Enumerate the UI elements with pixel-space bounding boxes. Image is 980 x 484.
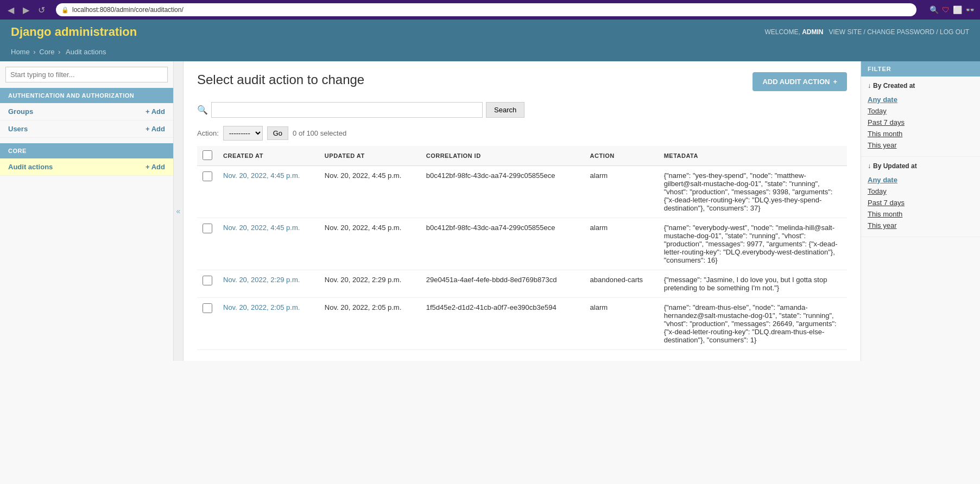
browser-chrome: ◀ ▶ ↺ 🔒 localhost:8080/admin/core/audita… [0, 0, 980, 20]
user-info: WELCOME, ADMIN VIEW SITE / CHANGE PASSWO… [764, 28, 969, 36]
breadcrumb-page: Audit actions [66, 48, 106, 56]
filter-option-0-2[interactable]: Past 7 days [868, 117, 973, 128]
action-2: abandoned-carts [585, 270, 659, 298]
audit-actions-link[interactable]: Audit actions [8, 163, 53, 171]
groups-add-link[interactable]: + Add [146, 107, 165, 116]
search-input[interactable] [211, 102, 483, 118]
metadata-2: {"message": "Jasmine, I do love you, but… [659, 270, 847, 298]
sidebar-collapse-handle[interactable]: « [174, 61, 184, 361]
filter-option-1-4[interactable]: This year [868, 220, 973, 231]
breadcrumb-sep1: › [33, 48, 37, 56]
filter-title-text-1: By Updated at [873, 162, 917, 170]
action-dropdown[interactable]: --------- [223, 126, 263, 141]
correlation-id-2: 29e0451a-4aef-4efe-bbdd-8ed769b873cd [421, 270, 585, 298]
users-link[interactable]: Users [8, 125, 28, 133]
created-at-link-0[interactable]: Nov. 20, 2022, 4:45 p.m. [223, 171, 300, 180]
col-correlation-id: CORRELATION ID [421, 146, 585, 166]
change-password-link[interactable]: CHANGE PASSWORD [867, 28, 934, 36]
col-action: ACTION [585, 146, 659, 166]
filter-section-title-1: ↓ By Updated at [868, 162, 973, 170]
updated-at-1: Nov. 20, 2022, 4:45 p.m. [319, 218, 421, 270]
filter-option-1-0[interactable]: Any date [868, 174, 973, 186]
content-header: Select audit action to change ADD AUDIT … [197, 72, 847, 91]
site-title: Django administration [11, 25, 137, 39]
filter-header: FILTER [861, 61, 980, 77]
created-at-link-3[interactable]: Nov. 20, 2022, 2:05 p.m. [223, 303, 300, 311]
filter-section-0: ↓ By Created atAny dateTodayPast 7 daysT… [861, 77, 980, 157]
data-table: CREATED AT UPDATED AT CORRELATION ID ACT… [197, 146, 847, 350]
breadcrumb-section[interactable]: Core [39, 48, 54, 56]
col-metadata: METADATA [659, 146, 847, 166]
created-at-link-1[interactable]: Nov. 20, 2022, 4:45 p.m. [223, 224, 300, 232]
filter-section-title-0: ↓ By Created at [868, 82, 973, 90]
action-3: alarm [585, 298, 659, 350]
sidebar-item-audit-actions: Audit actions + Add [0, 158, 173, 176]
action-label: Action: [197, 129, 219, 137]
correlation-id-3: 1f5d45e2-d1d2-41cb-a0f7-ee390cb3e594 [421, 298, 585, 350]
selected-count: 0 of 100 selected [293, 129, 346, 137]
content-area: Select audit action to change ADD AUDIT … [184, 61, 861, 361]
sidebar-filter-input[interactable] [5, 67, 168, 82]
filter-option-1-1[interactable]: Today [868, 186, 973, 197]
browser-back-btn[interactable]: ◀ [5, 4, 16, 16]
address-bar[interactable]: 🔒 localhost:8080/admin/core/auditaction/ [56, 3, 916, 16]
zoom-btn[interactable]: 🔍 [930, 5, 939, 14]
row-checkbox-1[interactable] [203, 224, 212, 233]
row-checkbox-0[interactable] [203, 171, 212, 181]
welcome-prefix: WELCOME, [764, 28, 800, 36]
filter-option-0-1[interactable]: Today [868, 105, 973, 117]
table-row: Nov. 20, 2022, 4:45 p.m. Nov. 20, 2022, … [197, 218, 847, 270]
add-audit-action-icon: + [833, 78, 837, 86]
browser-forward-btn[interactable]: ▶ [21, 4, 31, 16]
window-btn[interactable]: ⬜ [953, 5, 962, 14]
filter-section-1: ↓ By Updated atAny dateTodayPast 7 daysT… [861, 157, 980, 237]
add-audit-action-label: ADD AUDIT ACTION [762, 78, 830, 86]
sep2: / [936, 28, 940, 36]
select-all-checkbox[interactable] [203, 150, 212, 160]
col-created-at: CREATED AT [218, 146, 319, 166]
filter-option-1-2[interactable]: Past 7 days [868, 197, 973, 208]
metadata-3: {"name": "dream-thus-else", "node": "ama… [659, 298, 847, 350]
search-button[interactable]: Search [486, 102, 524, 118]
add-audit-action-button[interactable]: ADD AUDIT ACTION + [753, 72, 847, 91]
table-row: Nov. 20, 2022, 4:45 p.m. Nov. 20, 2022, … [197, 166, 847, 218]
metadata-1: {"name": "everybody-west", "node": "meli… [659, 218, 847, 270]
created-at-link-2[interactable]: Nov. 20, 2022, 2:29 p.m. [223, 276, 300, 284]
row-checkbox-3[interactable] [203, 303, 212, 313]
filter-arrow-1: ↓ [868, 162, 871, 170]
search-icon: 🔍 [197, 105, 208, 115]
collapse-icon: « [176, 207, 181, 215]
audit-actions-add-link[interactable]: + Add [146, 163, 165, 171]
updated-at-3: Nov. 20, 2022, 2:05 p.m. [319, 298, 421, 350]
django-header: Django administration WELCOME, ADMIN VIE… [0, 20, 980, 44]
go-button[interactable]: Go [267, 126, 288, 140]
row-checkbox-2[interactable] [203, 276, 212, 285]
view-site-link[interactable]: VIEW SITE [829, 28, 862, 36]
filter-arrow-0: ↓ [868, 82, 871, 90]
lock-icon: 🔒 [61, 7, 69, 14]
action-bar: Action: --------- Go 0 of 100 selected [197, 126, 847, 141]
correlation-id-1: b0c412bf-98fc-43dc-aa74-299c05855ece [421, 218, 585, 270]
breadcrumb-home[interactable]: Home [11, 48, 30, 56]
action-0: alarm [585, 166, 659, 218]
filter-option-0-0[interactable]: Any date [868, 94, 973, 105]
browser-tools: 🔍 🛡 ⬜ 👓 [930, 5, 975, 14]
col-updated-at: UPDATED AT [319, 146, 421, 166]
metadata-0: {"name": "yes-they-spend", "node": "matt… [659, 166, 847, 218]
reader-btn[interactable]: 👓 [965, 5, 975, 14]
log-out-link[interactable]: LOG OUT [940, 28, 969, 36]
filter-option-0-4[interactable]: This year [868, 139, 973, 151]
action-1: alarm [585, 218, 659, 270]
shield-btn[interactable]: 🛡 [942, 5, 950, 14]
filter-option-1-3[interactable]: This month [868, 208, 973, 220]
filter-panel: FILTER ↓ By Created atAny dateTodayPast … [861, 61, 980, 361]
core-section-header: CORE [0, 143, 173, 158]
auth-section-header: AUTHENTICATION AND AUTHORIZATION [0, 88, 173, 103]
groups-link[interactable]: Groups [8, 107, 33, 116]
browser-reload-btn[interactable]: ↺ [36, 4, 47, 16]
table-row: Nov. 20, 2022, 2:05 p.m. Nov. 20, 2022, … [197, 298, 847, 350]
sidebar-item-users: Users + Add [0, 120, 173, 138]
users-add-link[interactable]: + Add [146, 125, 165, 133]
correlation-id-0: b0c412bf-98fc-43dc-aa74-299c05855ece [421, 166, 585, 218]
filter-option-0-3[interactable]: This month [868, 128, 973, 139]
